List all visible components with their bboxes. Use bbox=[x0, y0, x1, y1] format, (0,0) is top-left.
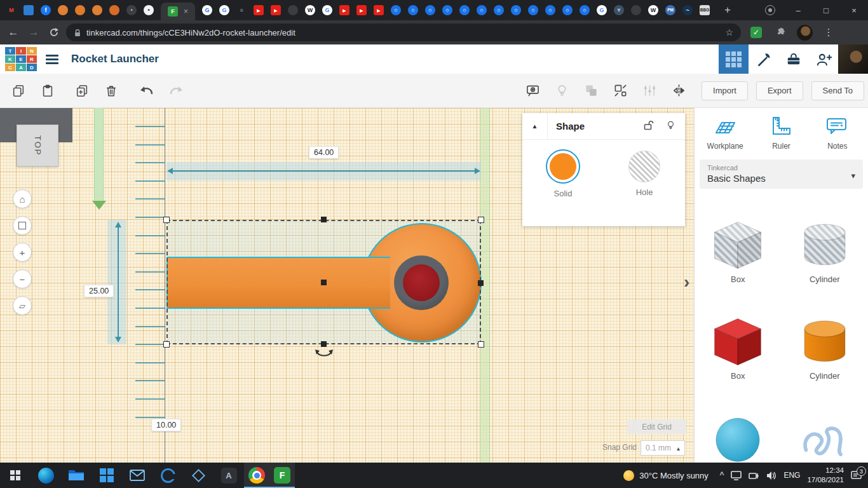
tab-favicon[interactable]: ≡ bbox=[236, 5, 247, 15]
tab-favicon[interactable] bbox=[58, 5, 68, 15]
weather-widget[interactable]: 30°C Mostly sunny bbox=[614, 470, 717, 481]
tab-favicon[interactable]: G bbox=[202, 5, 212, 15]
notes-tool[interactable]: Notes bbox=[810, 114, 865, 151]
workplane-tool[interactable]: Workplane bbox=[697, 114, 753, 151]
ruler-offset-value[interactable]: 10.00 bbox=[151, 419, 181, 431]
tab-favicon[interactable]: ○ bbox=[562, 5, 573, 15]
shape-box-red[interactable]: Box bbox=[709, 316, 767, 386]
tab-favicon[interactable] bbox=[24, 5, 34, 15]
tab-favicon[interactable]: PM bbox=[665, 5, 675, 15]
tab-favicon[interactable]: ○ bbox=[545, 5, 555, 15]
home-view-button[interactable]: ⌂ bbox=[13, 189, 32, 208]
tinkercad-taskbar-icon[interactable]: F bbox=[269, 463, 295, 488]
view-cube-top-face[interactable]: TOP bbox=[17, 125, 58, 166]
ruler-tool[interactable]: Ruler bbox=[753, 114, 809, 151]
address-bar[interactable]: tinkercad.com/things/cCE3HiNw2dO-rocket-… bbox=[66, 24, 741, 41]
mail-icon[interactable] bbox=[122, 463, 153, 488]
export-button[interactable]: Export bbox=[756, 81, 803, 100]
tab-favicon[interactable]: ○ bbox=[494, 5, 504, 15]
scale-handle-top-left[interactable] bbox=[163, 217, 170, 223]
tab-favicon[interactable]: ○ bbox=[528, 5, 538, 15]
lock-icon[interactable] bbox=[643, 119, 654, 133]
tab-favicon[interactable]: ○ bbox=[442, 5, 452, 15]
copy-icon[interactable] bbox=[4, 78, 33, 104]
tray-chevron-icon[interactable]: ^ bbox=[720, 470, 724, 480]
send-to-button[interactable]: Send To bbox=[811, 81, 864, 100]
mirror-icon[interactable] bbox=[664, 78, 693, 104]
network-icon[interactable] bbox=[749, 471, 759, 480]
apps-grid-icon[interactable] bbox=[92, 463, 122, 488]
tab-favicon[interactable]: G bbox=[219, 5, 229, 15]
tab-favicon[interactable]: W bbox=[305, 5, 315, 15]
tab-favicon[interactable] bbox=[92, 5, 102, 15]
window-minimize-button[interactable]: – bbox=[784, 0, 812, 20]
start-button[interactable] bbox=[0, 463, 31, 488]
browser-menu-icon[interactable]: ⋮ bbox=[820, 24, 837, 41]
undo-icon[interactable] bbox=[132, 78, 161, 104]
shape-sphere[interactable] bbox=[709, 412, 767, 463]
tab-favicon[interactable]: ○ bbox=[408, 5, 418, 15]
forward-button[interactable]: → bbox=[25, 24, 42, 41]
add-user-icon[interactable] bbox=[808, 44, 838, 74]
tab-favicon[interactable]: ○ bbox=[511, 5, 521, 15]
designs-menu-icon[interactable] bbox=[46, 51, 61, 67]
refresh-button[interactable] bbox=[46, 24, 62, 41]
scale-handle-bottom-left[interactable] bbox=[163, 341, 170, 348]
tab-favicon[interactable]: M bbox=[6, 5, 17, 15]
selection-box[interactable] bbox=[166, 220, 481, 344]
rotate-handle[interactable] bbox=[315, 349, 334, 363]
hole-option[interactable]: Hole bbox=[604, 149, 685, 198]
app-a-icon[interactable]: A bbox=[214, 463, 244, 488]
user-avatar[interactable] bbox=[838, 44, 868, 74]
scale-handle-top-right[interactable] bbox=[478, 217, 484, 223]
collapse-right-panel-icon[interactable]: › bbox=[684, 272, 689, 292]
tab-favicon[interactable]: G bbox=[322, 5, 332, 15]
light-icon[interactable] bbox=[547, 78, 576, 104]
display-icon[interactable] bbox=[731, 471, 742, 480]
new-tab-button[interactable]: + bbox=[724, 4, 731, 17]
tab-favicon[interactable]: ▶ bbox=[356, 5, 367, 15]
tinker-tools-icon[interactable] bbox=[749, 44, 778, 74]
browser-c-icon[interactable] bbox=[153, 463, 183, 488]
shape-library-select[interactable]: Tinkercad Basic Shapes ▾ bbox=[700, 159, 863, 189]
align-icon[interactable] bbox=[635, 78, 664, 104]
workplane-canvas[interactable]: 64.00 25.00 10.00 TOP bbox=[0, 108, 694, 463]
window-close-button[interactable]: × bbox=[840, 0, 868, 20]
edit-grid-button[interactable]: Edit Grid bbox=[627, 419, 686, 434]
tinkercad-logo[interactable]: TINKERCAD bbox=[5, 47, 37, 71]
toolbox-icon[interactable] bbox=[778, 44, 808, 74]
scale-handle-bottom-right[interactable] bbox=[478, 341, 484, 348]
scale-handle-bottom-mid[interactable] bbox=[321, 341, 327, 347]
tab-favicon[interactable]: ▶ bbox=[374, 5, 384, 15]
dashboard-grid-button[interactable] bbox=[719, 44, 749, 74]
group-icon[interactable] bbox=[576, 78, 606, 104]
tab-favicon[interactable]: ~ bbox=[682, 5, 693, 15]
design-title[interactable]: Rocket Launcher bbox=[71, 53, 159, 65]
tab-favicon[interactable]: ○ bbox=[459, 5, 470, 15]
paste-icon[interactable] bbox=[33, 78, 62, 104]
tab-favicon[interactable]: • bbox=[126, 5, 137, 15]
language-indicator[interactable]: ENG bbox=[783, 471, 800, 480]
active-tab[interactable]: F × bbox=[161, 3, 195, 20]
tab-favicon[interactable]: ▶ bbox=[339, 5, 349, 15]
window-maximize-button[interactable]: □ bbox=[812, 0, 840, 20]
tab-favicon[interactable]: G bbox=[597, 5, 607, 15]
tab-favicon[interactable] bbox=[288, 5, 298, 15]
tab-favicon[interactable]: • bbox=[144, 5, 154, 15]
tab-favicon[interactable] bbox=[75, 5, 85, 15]
shape-cylinder-orange[interactable]: Cylinder bbox=[796, 316, 854, 386]
dimension-width-value[interactable]: 64.00 bbox=[309, 146, 339, 159]
collapse-panel-icon[interactable]: ▲ bbox=[522, 113, 548, 140]
shape-scribble[interactable] bbox=[796, 412, 854, 463]
tab-favicon[interactable]: BBG bbox=[700, 5, 710, 15]
dimension-height-value[interactable]: 25.00 bbox=[84, 285, 114, 297]
tab-favicon[interactable]: ○ bbox=[580, 5, 590, 15]
show-all-icon[interactable] bbox=[518, 78, 547, 104]
extensions-puzzle-icon[interactable] bbox=[771, 24, 789, 41]
back-button[interactable]: ← bbox=[5, 24, 22, 41]
tab-favicon[interactable] bbox=[109, 5, 119, 15]
fit-view-button[interactable] bbox=[13, 216, 32, 235]
zoom-in-button[interactable]: + bbox=[13, 243, 32, 262]
workplane-view-button[interactable]: ▱ bbox=[13, 296, 32, 315]
scale-handle-top-mid[interactable] bbox=[321, 217, 327, 222]
